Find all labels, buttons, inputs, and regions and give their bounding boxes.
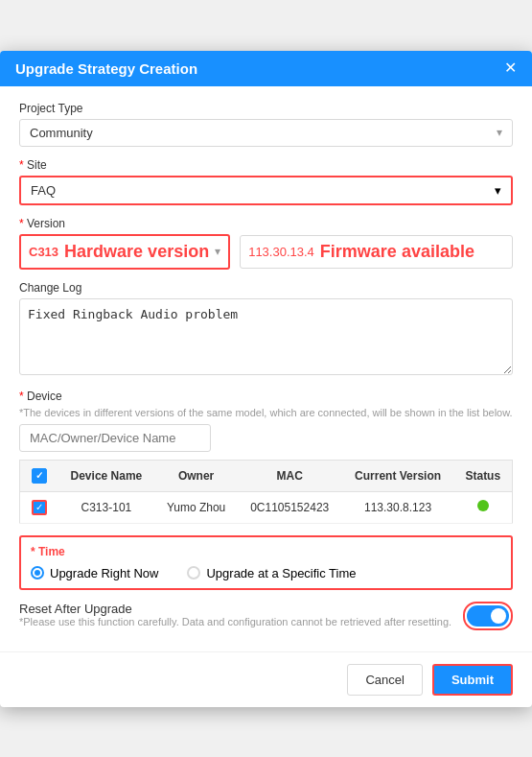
fw-value: 113.30.13.4: [248, 245, 314, 259]
modal-footer: Cancel Submit: [0, 651, 532, 707]
reset-title: Reset After Upgrade: [19, 602, 451, 616]
col-header-checkbox: ✓: [20, 460, 58, 491]
upgrade-specific-time-radio[interactable]: [187, 566, 200, 580]
hw-label: Hardware version: [64, 242, 209, 262]
time-label: * Time: [31, 545, 501, 558]
reset-row: Reset After Upgrade *Please use this fun…: [19, 602, 513, 630]
modal-header: Upgrade Strategy Creation ✕: [0, 51, 532, 86]
changelog-textarea[interactable]: Fixed Ringback Audio problem: [19, 298, 513, 375]
col-header-device-name: Device Name: [58, 460, 155, 491]
close-button[interactable]: ✕: [504, 60, 517, 76]
col-header-status: Status: [454, 460, 513, 491]
row-checkbox[interactable]: ✓: [32, 500, 47, 515]
hw-tag: C313: [29, 245, 58, 259]
col-header-owner: Owner: [154, 460, 238, 491]
version-group: Version C313 Hardware version ▾ 113.30.1…: [19, 217, 513, 270]
project-type-group: Project Type Community ▾: [19, 102, 513, 147]
upgrade-specific-time-option[interactable]: Upgrade at a Specific Time: [187, 566, 356, 580]
site-value: FAQ: [31, 183, 495, 198]
device-label: Device: [19, 390, 513, 403]
reset-hint: *Please use this function carefully. Dat…: [19, 616, 451, 627]
row-current-version: 113.30.8.123: [342, 491, 454, 523]
changelog-group: Change Log Fixed Ringback Audio problem: [19, 281, 513, 378]
version-label: Version: [19, 217, 513, 230]
row-mac: 0C1105152423: [238, 491, 342, 523]
upgrade-right-now-radio[interactable]: [31, 566, 44, 580]
changelog-label: Change Log: [19, 281, 513, 295]
reset-toggle[interactable]: [467, 605, 509, 627]
row-device-name: C313-101: [58, 491, 155, 523]
chevron-down-icon: ▾: [497, 126, 502, 139]
site-select[interactable]: FAQ ▾: [19, 176, 513, 205]
upgrade-strategy-modal: Upgrade Strategy Creation ✕ Project Type…: [0, 51, 532, 707]
status-online-icon: [477, 500, 489, 511]
select-all-checkbox[interactable]: ✓: [32, 468, 47, 484]
reset-toggle-wrapper: [463, 602, 513, 630]
reset-info: Reset After Upgrade *Please use this fun…: [19, 602, 451, 627]
firmware-version-display: 113.30.13.4 Firmware available: [240, 235, 513, 269]
table-row: ✓ C313-101 Yumo Zhou 0C1105152423 113.30…: [20, 491, 513, 523]
device-group: Device *The devices in different version…: [19, 390, 513, 524]
project-type-label: Project Type: [19, 102, 513, 115]
chevron-down-icon: ▾: [215, 245, 220, 258]
row-status: [454, 491, 513, 523]
fw-label: Firmware available: [320, 242, 474, 262]
col-header-current-version: Current Version: [342, 460, 454, 491]
cancel-button[interactable]: Cancel: [347, 664, 422, 696]
hardware-version-select[interactable]: C313 Hardware version ▾: [19, 234, 230, 270]
modal-title: Upgrade Strategy Creation: [15, 60, 197, 77]
col-header-mac: MAC: [238, 460, 342, 491]
version-row: C313 Hardware version ▾ 113.30.13.4 Firm…: [19, 234, 513, 270]
row-owner: Yumo Zhou: [154, 491, 238, 523]
row-checkbox-cell: ✓: [20, 491, 58, 523]
time-section: * Time Upgrade Right Now Upgrade at a Sp…: [19, 535, 513, 590]
project-type-value: Community: [30, 126, 497, 140]
modal-body: Project Type Community ▾ Site FAQ ▾ Vers…: [0, 86, 532, 651]
site-group: Site FAQ ▾: [19, 158, 513, 205]
device-table: ✓ Device Name Owner MAC Current Version …: [19, 460, 513, 524]
time-options: Upgrade Right Now Upgrade at a Specific …: [31, 566, 501, 580]
chevron-down-icon: ▾: [495, 183, 501, 198]
upgrade-right-now-option[interactable]: Upgrade Right Now: [31, 566, 158, 580]
upgrade-right-now-label: Upgrade Right Now: [50, 566, 158, 580]
submit-button[interactable]: Submit: [432, 664, 513, 696]
device-hint: *The devices in different versions of th…: [19, 407, 513, 418]
site-label: Site: [19, 158, 513, 172]
project-type-select[interactable]: Community ▾: [19, 119, 513, 147]
device-search-input[interactable]: [19, 424, 211, 452]
upgrade-specific-time-label: Upgrade at a Specific Time: [206, 566, 356, 580]
